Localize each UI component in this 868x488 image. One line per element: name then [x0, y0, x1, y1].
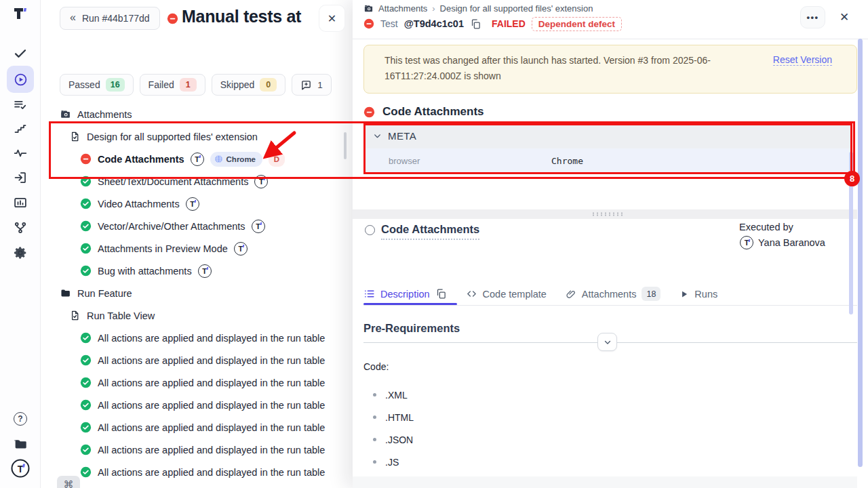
paperclip-icon: [566, 289, 576, 300]
play-icon: [679, 289, 689, 299]
unexecuted-status-icon: [365, 225, 375, 235]
tree-row[interactable]: All actions are applied and displayed in…: [41, 371, 347, 394]
tree-row[interactable]: All actions are applied and displayed in…: [41, 349, 347, 371]
test-plans-icon[interactable]: [14, 98, 28, 113]
drawer-inner-scrollbar[interactable]: [849, 152, 853, 314]
executed-by-name: Yana Baranova: [758, 237, 825, 248]
tree-row-label: All actions are applied and displayed in…: [98, 333, 325, 344]
meta-row: browser Chrome: [363, 148, 852, 174]
tree-scrollbar[interactable]: [344, 132, 347, 159]
runs-icon-active[interactable]: [7, 66, 34, 93]
tree-row[interactable]: Bug with attachmentsT: [41, 260, 347, 282]
tree-row-label: Bug with attachments: [98, 266, 192, 277]
list-item: .JSON: [363, 428, 414, 451]
run-button-label: Run #44b177dd: [82, 13, 150, 24]
tree-row-label: Code Attachments: [98, 154, 184, 165]
help-icon[interactable]: ?: [14, 412, 27, 426]
chevron-down-icon: [373, 131, 382, 140]
branch-icon[interactable]: [14, 221, 28, 235]
reset-version-link[interactable]: Reset Version: [773, 54, 832, 66]
tree-row[interactable]: All actions are applied and displayed in…: [41, 394, 347, 416]
panel-close-button[interactable]: ✕: [319, 5, 344, 31]
copy-icon[interactable]: [470, 18, 481, 30]
tree-row[interactable]: Attachments in Preview ModeT: [41, 237, 347, 260]
tree-row[interactable]: Code AttachmentsTChromeD: [41, 148, 347, 170]
panel-resize-handle[interactable]: [353, 209, 857, 219]
filter-failed[interactable]: Failed 1: [140, 74, 205, 96]
assignee-avatar: T: [254, 175, 268, 188]
filter-comments[interactable]: 1: [292, 74, 332, 96]
tab-code-template[interactable]: Code template: [466, 288, 547, 300]
dependent-defect-badge[interactable]: Dependent defect: [532, 17, 622, 31]
test-section-title[interactable]: Code Attachments: [381, 223, 479, 240]
filter-passed[interactable]: Passed 16: [60, 74, 134, 96]
tree-row-label: All actions are applied and displayed in…: [98, 467, 325, 478]
tree-row[interactable]: All actions are applied and displayed in…: [41, 439, 347, 461]
tree-row[interactable]: Run Table View: [41, 304, 347, 327]
tree-row-label: Design for all supported files' extensio…: [87, 131, 258, 142]
breadcrumb-current[interactable]: Design for all supported files' extensio…: [440, 3, 593, 14]
tree-row-label: All actions are applied and displayed in…: [98, 445, 325, 455]
tree-row-label: Attachments: [77, 109, 132, 120]
failed-status-icon: [363, 106, 375, 118]
copy-icon[interactable]: [435, 288, 447, 300]
assignee-avatar: T: [252, 220, 265, 233]
tree-row[interactable]: All actions are applied and displayed in…: [41, 416, 347, 439]
failed-status-icon: [363, 18, 374, 29]
tree-row[interactable]: Sheet/Text/Document AttachmentsT: [41, 170, 347, 192]
import-icon[interactable]: [14, 171, 28, 185]
tree-row[interactable]: Design for all supported files' extensio…: [41, 125, 347, 148]
content-bottom-strip: [353, 476, 857, 488]
filter-skipped[interactable]: Skipped 0: [212, 74, 286, 96]
tree-row[interactable]: Run Feature: [41, 282, 347, 304]
tests-check-icon[interactable]: [14, 47, 28, 61]
steps-icon[interactable]: [14, 122, 27, 136]
status-filter-chips: Passed 16 Failed 1 Skipped 0 1: [60, 74, 332, 96]
app-logo-icon[interactable]: [12, 5, 28, 22]
docs-icon[interactable]: [13, 436, 28, 451]
passed-icon: [80, 332, 92, 344]
globe-icon: [214, 155, 223, 163]
tab-label: Description: [380, 289, 430, 300]
tree-row[interactable]: Video AttachmentsT: [41, 192, 347, 215]
tree-row-label: Video Attachments: [98, 199, 180, 209]
tree-row[interactable]: All actions are applied and displayed in…: [41, 461, 347, 483]
filter-label: Skipped: [220, 79, 255, 90]
result-section-heading: Code Attachments: [363, 105, 484, 119]
passed-icon: [80, 265, 92, 277]
test-id: @T9d4c1c01: [404, 18, 464, 29]
tab-runs[interactable]: Runs: [679, 289, 717, 300]
tree-row[interactable]: Vector/Archive/Other AttachmentsT: [41, 215, 347, 237]
tree-row[interactable]: Attachments: [41, 103, 347, 125]
tab-description[interactable]: Description: [363, 288, 447, 300]
back-to-run-button[interactable]: « Run #44b177dd: [60, 7, 160, 30]
result-section-title: Code Attachments: [382, 105, 484, 119]
profile-avatar[interactable]: T: [12, 460, 30, 478]
bullet-icon: [373, 393, 376, 396]
drawer-close-button[interactable]: ✕: [837, 9, 852, 24]
list-icon: [363, 288, 375, 300]
pulse-icon[interactable]: [14, 146, 28, 161]
breadcrumb-root[interactable]: Attachments: [378, 3, 427, 14]
collapse-section-button[interactable]: [597, 333, 617, 351]
passed-icon: [80, 399, 92, 411]
drawer-outer-scrollbar[interactable]: [858, 39, 863, 467]
tab-label: Runs: [694, 289, 717, 300]
settings-gear-icon[interactable]: [13, 245, 28, 260]
more-actions-button[interactable]: •••: [800, 6, 825, 28]
analytics-icon[interactable]: [14, 196, 28, 210]
tab-label: Attachments: [582, 289, 637, 300]
tree-row-label: Vector/Archive/Other Attachments: [98, 221, 245, 232]
tree-row[interactable]: All actions are applied and displayed in…: [41, 327, 347, 349]
meta-collapsible-header[interactable]: META: [363, 123, 852, 148]
code-label: Code:: [363, 361, 389, 372]
passed-icon: [80, 444, 92, 455]
code-icon: [466, 288, 477, 300]
tab-attachments[interactable]: Attachments 18: [566, 287, 661, 301]
run-panel: « Run #44b177dd Manual tests at ✕ Passed…: [41, 0, 353, 488]
tabs-divider: [363, 305, 857, 306]
user-avatar: T: [740, 236, 753, 249]
tree-row-label: Run Feature: [77, 288, 132, 299]
defect-badge: D: [269, 152, 285, 167]
assignee-avatar: T: [234, 242, 248, 256]
